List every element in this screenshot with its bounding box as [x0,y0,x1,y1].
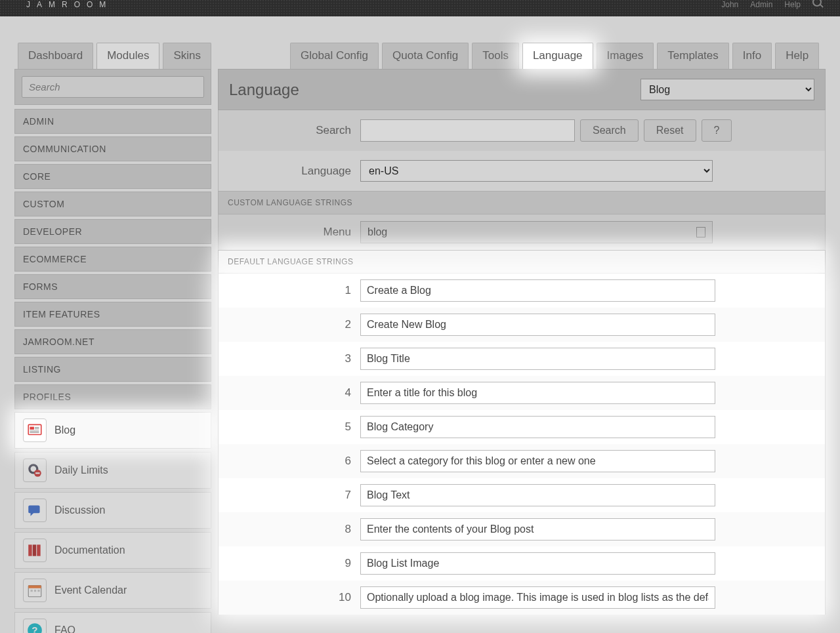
panel-header: Language Blog [218,69,826,110]
svg-text:?: ? [32,624,37,633]
sidebar-category-core[interactable]: CORE [14,164,211,189]
save-icon[interactable] [696,227,705,237]
menu-label: Menu [229,226,360,239]
sidebar-category-developer[interactable]: DEVELOPER [14,219,211,244]
section-custom: CUSTOM LANGUAGE STRINGS [218,191,826,214]
page-title: Language [229,81,299,99]
string-row: 8 [219,512,825,546]
string-input[interactable] [360,279,715,302]
svg-rect-16 [28,585,41,588]
topbar: JAMROOM John Admin Help [0,0,840,16]
module-tab-help[interactable]: Help [775,43,819,69]
string-row: 9 [219,546,825,581]
discussion-icon [23,499,47,522]
sidebar-search-wrap [14,69,211,105]
svg-rect-1 [30,427,34,430]
blog-icon [23,419,47,442]
string-input[interactable] [360,382,715,404]
string-input[interactable] [360,484,715,506]
tab-skins[interactable]: Skins [163,43,211,69]
string-row: 10 [219,581,825,615]
sidebar-category-profiles[interactable]: PROFILES [14,384,211,409]
string-input[interactable] [360,348,715,370]
module-tab-tools[interactable]: Tools [472,43,519,69]
string-input[interactable] [360,586,715,609]
language-label: Language [229,165,360,178]
svg-rect-17 [31,590,33,592]
row-language: Language en-US [218,151,826,191]
string-index: 6 [229,455,360,468]
sidebar-category-ecommerce[interactable]: ECOMMERCE [14,247,211,272]
string-index: 3 [229,352,360,365]
string-row: 7 [219,478,825,512]
sidebar-item-blog[interactable]: Blog [14,412,211,449]
sidebar-category-communication[interactable]: COMMUNICATION [14,136,211,161]
sidebar-category-forms[interactable]: FORMS [14,274,211,299]
documentation-icon [23,539,47,562]
sidebar-item-label: FAQ [54,624,75,633]
string-input[interactable] [360,552,715,575]
string-row: 6 [219,444,825,478]
topbar-user[interactable]: John [721,0,738,9]
sidebar-item-documentation[interactable]: Documentation [14,532,211,569]
primary-tabs: Dashboard Modules Skins Global ConfigQuo… [8,16,832,69]
string-input[interactable] [360,314,715,336]
search-input[interactable] [360,119,575,142]
help-button[interactable]: ? [702,119,732,142]
row-search: Search Search Reset ? [218,110,826,151]
topbar-right: John Admin Help [721,0,822,9]
sidebar-item-label: Blog [54,424,75,436]
sidebar-item-label: Discussion [54,504,105,516]
module-tab-info[interactable]: Info [732,43,772,69]
event-calendar-icon [23,579,47,602]
sidebar-category-admin[interactable]: ADMIN [14,109,211,134]
search-button[interactable]: Search [580,119,639,142]
menu-input[interactable]: blog [368,226,387,238]
string-index: 5 [229,420,360,434]
sidebar-category-jamroom-net[interactable]: JAMROOM.NET [14,329,211,354]
string-index: 1 [229,284,360,297]
sidebar-category-custom[interactable]: CUSTOM [14,192,211,216]
topbar-help[interactable]: Help [784,0,801,9]
sidebar-item-discussion[interactable]: Discussion [14,492,211,529]
string-index: 10 [229,591,360,604]
string-row: 3 [219,342,825,376]
language-select[interactable]: en-US [360,160,713,182]
strings-block: 12345678910 [218,274,826,615]
string-input[interactable] [360,518,715,541]
string-index: 9 [229,557,360,570]
string-input[interactable] [360,416,715,438]
svg-marker-11 [31,512,35,516]
module-tab-quota-config[interactable]: Quota Config [382,43,469,69]
tab-dashboard[interactable]: Dashboard [18,43,93,69]
search-icon[interactable] [812,0,822,7]
module-select[interactable]: Blog [640,79,814,100]
topbar-admin[interactable]: Admin [750,0,772,9]
svg-rect-18 [34,590,36,592]
string-index: 8 [229,523,360,536]
module-tab-language[interactable]: Language [522,43,593,69]
sidebar-category-listing[interactable]: LISTING [14,357,211,382]
sidebar-item-label: Daily Limits [54,464,108,476]
string-row: 4 [219,376,825,410]
svg-rect-19 [37,590,39,592]
module-tab-images[interactable]: Images [597,43,654,69]
sidebar-category-item-features[interactable]: ITEM FEATURES [14,302,211,327]
reset-button[interactable]: Reset [644,119,696,142]
module-tab-templates[interactable]: Templates [657,43,728,69]
string-input[interactable] [360,450,715,472]
module-tab-global-config[interactable]: Global Config [290,43,379,69]
sidebar-item-label: Event Calendar [54,584,127,596]
sidebar-item-event-calendar[interactable]: Event Calendar [14,572,211,609]
string-index: 4 [229,386,360,399]
sidebar-item-label: Documentation [54,544,125,556]
daily-limits-icon [23,459,47,482]
sidebar-item-faq[interactable]: ?FAQ [14,612,211,633]
svg-rect-12 [28,544,32,556]
row-menu: Menu blog [218,214,826,250]
tab-modules[interactable]: Modules [96,43,159,69]
sidebar-search-input[interactable] [22,76,204,98]
string-row: 1 [219,274,825,308]
string-index: 2 [229,318,360,331]
sidebar-item-daily-limits[interactable]: Daily Limits [14,452,211,489]
